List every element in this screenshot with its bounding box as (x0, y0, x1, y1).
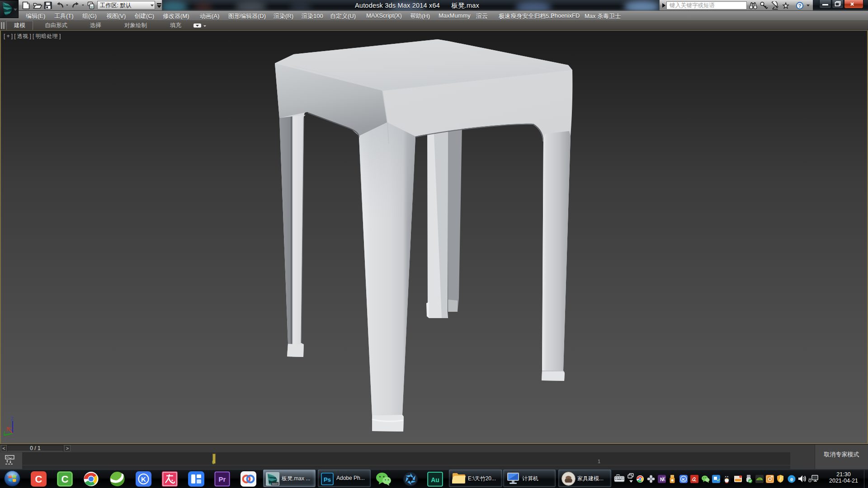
svg-text:z: z (11, 415, 14, 422)
svg-text:Pr: Pr (219, 475, 226, 483)
svg-text:MAX: MAX (272, 483, 278, 485)
svg-text:Au: Au (431, 476, 439, 483)
svg-text:K: K (141, 475, 146, 483)
svg-text:e: e (790, 476, 793, 483)
svg-text:K: K (682, 477, 685, 482)
svg-text:Ps: Ps (324, 476, 331, 483)
svg-text:?: ? (798, 3, 802, 9)
svg-text:C: C (61, 474, 69, 485)
svg-text:C: C (35, 474, 42, 485)
